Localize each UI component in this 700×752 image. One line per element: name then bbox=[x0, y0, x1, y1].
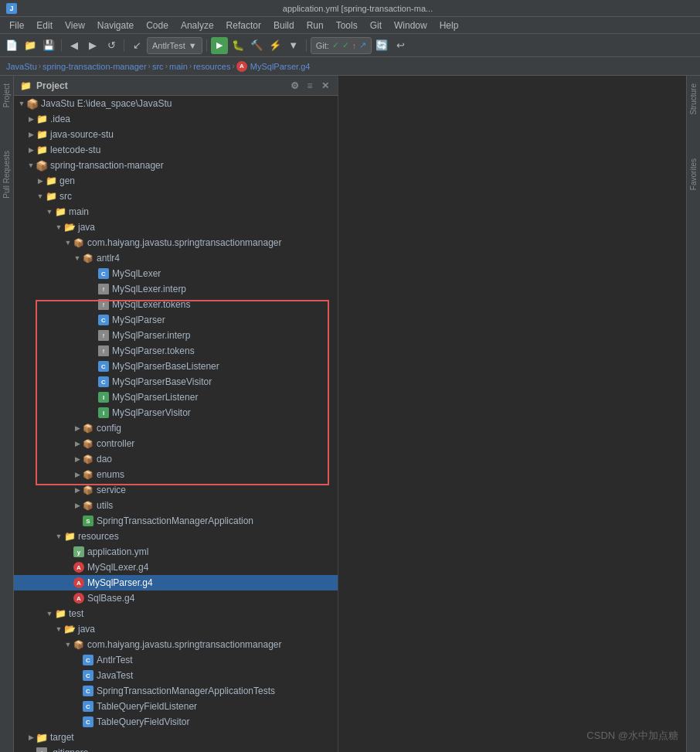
run-button[interactable]: ▶ bbox=[211, 37, 228, 54]
label-idea: .idea bbox=[50, 114, 70, 124]
tree-item-SpringAppTests[interactable]: ▶ C SpringTransactionManagerApplicationT… bbox=[14, 683, 338, 699]
label-service: service bbox=[97, 485, 126, 495]
tree-item-MySqlParser-g4[interactable]: ▶ A MySqlParser.g4 bbox=[14, 575, 338, 590]
debug-btn[interactable]: 🐛 bbox=[229, 37, 246, 54]
git-history-btn[interactable]: 🔄 bbox=[373, 37, 390, 54]
run-config-arrow[interactable]: ↙ bbox=[128, 37, 145, 54]
menu-navigate[interactable]: Navigate bbox=[91, 19, 140, 32]
menu-view[interactable]: View bbox=[59, 19, 91, 32]
tree-item-MySqlParserVisitor[interactable]: ▶ I MySqlParserVisitor bbox=[14, 405, 338, 420]
revert-btn[interactable]: ↩ bbox=[392, 37, 409, 54]
tree-item-utils[interactable]: ▶ 📦 utils bbox=[14, 498, 338, 513]
tree-item-java-source[interactable]: ▶ 📁 java-source-stu bbox=[14, 127, 338, 142]
menu-analyze[interactable]: Analyze bbox=[175, 19, 220, 32]
pull-requests-tab[interactable]: Pull Requests bbox=[1, 146, 12, 203]
favorites-tab[interactable]: Favorites bbox=[688, 154, 699, 195]
tree-item-AntlrTest[interactable]: ▶ C AntlrTest bbox=[14, 652, 338, 668]
new-file-btn[interactable]: 📄 bbox=[3, 37, 20, 54]
label-target: target bbox=[50, 732, 74, 743]
structure-tab[interactable]: Structure bbox=[688, 79, 699, 120]
icon-utils: 📦 bbox=[82, 499, 94, 512]
label-MySqlParser: MySqlParser bbox=[112, 315, 165, 325]
breadcrumb-resources[interactable]: resources bbox=[193, 62, 230, 71]
tree-item-MySqlLexer-tokens[interactable]: ▶ f MySqlLexer.tokens bbox=[14, 297, 338, 312]
label-javastu: JavaStu E:\idea_space\JavaStu bbox=[41, 98, 172, 109]
run-config-dropdown-icon[interactable]: ▼ bbox=[189, 41, 197, 50]
tree-item-dao[interactable]: ▶ 📦 dao bbox=[14, 451, 338, 467]
menu-tools[interactable]: Tools bbox=[330, 19, 364, 32]
run-config-selector[interactable]: AntlrTest ▼ bbox=[147, 37, 202, 54]
more-run-btn[interactable]: ▼ bbox=[285, 37, 302, 54]
label-test-com-pkg: com.haiyang.javastu.springtransactionman… bbox=[87, 639, 281, 650]
breadcrumb-javastu[interactable]: JavaStu bbox=[6, 62, 37, 71]
menu-window[interactable]: Window bbox=[388, 19, 433, 32]
tree-item-JavaTest[interactable]: ▶ C JavaTest bbox=[14, 668, 338, 683]
menu-build[interactable]: Build bbox=[267, 19, 301, 32]
tree-item-config[interactable]: ▶ 📦 config bbox=[14, 420, 338, 436]
icon-MySqlParserListener: I bbox=[97, 391, 110, 403]
menu-file[interactable]: File bbox=[3, 19, 30, 32]
breadcrumb-src[interactable]: src bbox=[152, 62, 164, 71]
panel-close-btn[interactable]: ✕ bbox=[319, 80, 331, 92]
git-selector[interactable]: Git: ✓ ✓ ↑ ↗ bbox=[311, 37, 372, 54]
icon-AntlrTest: C bbox=[82, 654, 94, 666]
label-antlr4: antlr4 bbox=[97, 253, 120, 264]
tree-item-spring-tm[interactable]: ▼ 📦 spring-transaction-manager bbox=[14, 158, 338, 173]
tree-item-test-com-pkg[interactable]: ▼ 📦 com.haiyang.javastu.springtransactio… bbox=[14, 637, 338, 652]
icon-gitignore: f bbox=[36, 747, 48, 752]
icon-test: 📁 bbox=[54, 607, 66, 620]
tree-item-leetcode[interactable]: ▶ 📁 leetcode-stu bbox=[14, 142, 338, 158]
tree-item-TableQueryFieldVisitor[interactable]: ▶ C TableQueryFieldVisitor bbox=[14, 714, 338, 730]
refresh-btn[interactable]: ↺ bbox=[103, 37, 120, 54]
breadcrumb-spring[interactable]: spring-transaction-manager bbox=[42, 62, 147, 71]
tree-item-com-pkg[interactable]: ▼ 📦 com.haiyang.javastu.springtransactio… bbox=[14, 235, 338, 250]
tree-item-SpringApp[interactable]: ▶ S SpringTransactionManagerApplication bbox=[14, 513, 338, 529]
menu-help[interactable]: Help bbox=[433, 19, 465, 32]
menu-run[interactable]: Run bbox=[301, 19, 330, 32]
tree-item-enums[interactable]: ▶ 📦 enums bbox=[14, 467, 338, 482]
back-btn[interactable]: ◀ bbox=[66, 37, 83, 54]
tree-item-antlr4[interactable]: ▼ 📦 antlr4 bbox=[14, 250, 338, 266]
tree-item-gitignore[interactable]: ▶ f .gitignore bbox=[14, 745, 338, 752]
tree-item-SqlBase-g4[interactable]: ▶ A SqlBase.g4 bbox=[14, 590, 338, 606]
tree-item-java[interactable]: ▼ 📂 java bbox=[14, 219, 338, 235]
menu-git[interactable]: Git bbox=[364, 19, 388, 32]
menu-refactor[interactable]: Refactor bbox=[220, 19, 267, 32]
tree-item-MySqlParserBaseListener[interactable]: ▶ C MySqlParserBaseListener bbox=[14, 359, 338, 374]
tree-item-src[interactable]: ▼ 📁 src bbox=[14, 189, 338, 204]
tree-item-target[interactable]: ▶ 📁 target bbox=[14, 730, 338, 745]
tree-item-application-yml[interactable]: ▶ y application.yml bbox=[14, 544, 338, 560]
open-btn[interactable]: 📁 bbox=[22, 37, 39, 54]
tree-item-resources[interactable]: ▼ 📁 resources bbox=[14, 529, 338, 544]
project-tab[interactable]: Project bbox=[1, 79, 12, 112]
tree-item-test[interactable]: ▼ 📁 test bbox=[14, 606, 338, 621]
tree-item-MySqlParserListener[interactable]: ▶ I MySqlParserListener bbox=[14, 390, 338, 405]
tree-item-MySqlLexer[interactable]: ▶ C MySqlLexer bbox=[14, 266, 338, 281]
menu-code[interactable]: Code bbox=[140, 19, 175, 32]
build-btn[interactable]: 🔨 bbox=[248, 37, 265, 54]
project-panel: 📁 Project ⚙ ≡ ✕ ▼ 📦 JavaStu E:\idea_ bbox=[14, 76, 338, 752]
save-btn[interactable]: 💾 bbox=[40, 37, 57, 54]
tree-item-MySqlLexer-interp[interactable]: ▶ f MySqlLexer.interp bbox=[14, 281, 338, 297]
tree-item-TableQueryFieldListener[interactable]: ▶ C TableQueryFieldListener bbox=[14, 699, 338, 714]
tree-item-javastu[interactable]: ▼ 📦 JavaStu E:\idea_space\JavaStu bbox=[14, 96, 338, 111]
tree-item-idea[interactable]: ▶ 📁 .idea bbox=[14, 111, 338, 127]
tree-item-controller[interactable]: ▶ 📦 controller bbox=[14, 436, 338, 451]
tree-item-MySqlParserBaseVisitor[interactable]: ▶ C MySqlParserBaseVisitor bbox=[14, 374, 338, 390]
label-java-source: java-source-stu bbox=[50, 129, 114, 140]
menu-edit[interactable]: Edit bbox=[30, 19, 59, 32]
tree-item-MySqlParser[interactable]: ▶ C MySqlParser bbox=[14, 312, 338, 328]
breadcrumb-current-file[interactable]: MySqlParser.g4 bbox=[250, 62, 311, 71]
tree-item-MySqlParser-tokens[interactable]: ▶ f MySqlParser.tokens bbox=[14, 343, 338, 359]
panel-settings-btn[interactable]: ⚙ bbox=[288, 80, 301, 92]
tree-item-test-java[interactable]: ▼ 📂 java bbox=[14, 621, 338, 637]
tree-item-main[interactable]: ▼ 📁 main bbox=[14, 204, 338, 219]
coverage-btn[interactable]: ⚡ bbox=[267, 37, 284, 54]
forward-btn[interactable]: ▶ bbox=[84, 37, 101, 54]
tree-item-service[interactable]: ▶ 📦 service bbox=[14, 482, 338, 498]
breadcrumb-main[interactable]: main bbox=[169, 62, 188, 71]
panel-collapse-btn[interactable]: ≡ bbox=[304, 80, 316, 92]
tree-item-gen[interactable]: ▶ 📁 gen bbox=[14, 173, 338, 189]
tree-item-MySqlParser-interp[interactable]: ▶ f MySqlParser.interp bbox=[14, 328, 338, 343]
tree-item-MySqlLexer-g4[interactable]: ▶ A MySqlLexer.g4 bbox=[14, 560, 338, 575]
